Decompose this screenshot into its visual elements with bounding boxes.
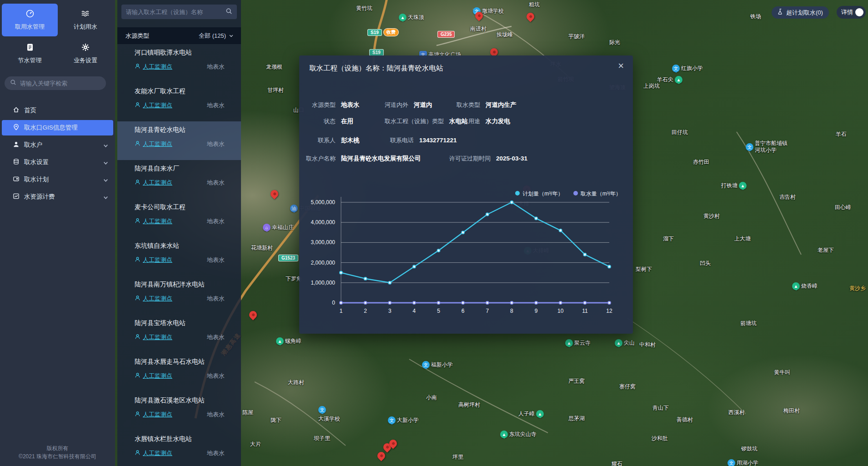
monitor-link[interactable]: 人工监测点	[135, 63, 172, 71]
close-icon[interactable]: ×	[618, 60, 624, 72]
station-list-item[interactable]: 陆河县激石溪老区水电站人工监测点地表水	[117, 392, 241, 431]
road-badge: S19	[367, 29, 382, 36]
mount-marker-icon[interactable]: ▲	[615, 339, 622, 347]
mount-marker-icon[interactable]: ▲	[792, 282, 800, 290]
app-tile-2[interactable]: 节水管理	[2, 37, 58, 70]
monitor-label: 人工监测点	[143, 101, 172, 110]
map-label-text: 人子嶂	[518, 410, 535, 418]
legend-item[interactable]: 取水量（m³/年）	[573, 190, 621, 198]
search-icon[interactable]	[226, 8, 232, 16]
search-icon	[10, 79, 16, 87]
svg-text:4,000,000: 4,000,000	[311, 219, 336, 225]
person-icon	[135, 450, 140, 457]
station-search	[121, 5, 237, 19]
station-meta-row: 人工监测点地表水	[135, 101, 241, 110]
map-label-text: 高树坪村	[458, 401, 480, 409]
map-label-text: 吉告村	[779, 193, 796, 201]
school-marker-icon[interactable]: 文	[388, 416, 396, 424]
station-list-item[interactable]: 河口镇唱歌潭水电站人工监测点地表水	[117, 44, 241, 83]
school-marker-icon[interactable]: 文	[672, 65, 680, 72]
school-marker-icon[interactable]: 文	[422, 361, 430, 369]
station-list-item[interactable]: 陆河县水唇走马石水电站人工监测点地表水	[117, 353, 241, 392]
station-list-item[interactable]: 水唇镇水栏肚水电站人工监测点地表水	[117, 431, 241, 466]
map-label: 高树坪村	[458, 401, 480, 409]
station-list-item[interactable]: 东坑镇自来水站人工监测点地表水	[117, 237, 241, 276]
monitor-link[interactable]: 人工监测点	[135, 179, 172, 187]
monitor-link[interactable]: 人工监测点	[135, 295, 172, 303]
monitor-link[interactable]: 人工监测点	[135, 256, 172, 264]
station-list-item[interactable]: 陆河县自来水厂人工监测点地表水	[117, 160, 241, 199]
sidebar-item-1[interactable]: 取水口GIS信息管理	[2, 120, 113, 135]
road-badge: S19	[369, 49, 384, 56]
sidebar-item-4[interactable]: 取水计划	[2, 172, 113, 187]
doc-icon	[25, 43, 35, 53]
school-marker-icon[interactable]: 文	[318, 406, 326, 414]
field-facility-type: 取水工程（设施）类型水电站	[385, 117, 468, 125]
mount-marker-icon[interactable]: ▲	[675, 76, 682, 84]
map-label-text: 尖山	[624, 339, 635, 347]
map-label: ⌂幸福山庄	[263, 224, 294, 231]
school-marker-icon[interactable]: 文	[728, 459, 735, 466]
map-label: 善德村	[677, 416, 693, 424]
home-icon	[13, 106, 20, 115]
sidebar-item-3[interactable]: 取水设置	[2, 155, 113, 170]
svg-text:12: 12	[606, 308, 612, 314]
sidebar-search-input[interactable]	[20, 80, 97, 87]
station-list-item[interactable]: 友能水厂取水工程人工监测点地表水	[117, 83, 241, 121]
station-list-item[interactable]: 麦卡公司取水工程人工监测点地表水	[117, 199, 241, 237]
gas-marker-icon[interactable]: 油	[290, 205, 298, 212]
station-search-input[interactable]	[126, 9, 226, 15]
svg-text:4: 4	[413, 308, 416, 314]
chevron-down-icon	[229, 33, 234, 38]
over-plan-intake-button[interactable]: 超计划取水(0)	[772, 6, 829, 19]
home-marker-icon[interactable]: ⌂	[263, 224, 271, 231]
map-label-text: 粗坑	[529, 1, 540, 9]
map-label: 粗坑	[529, 1, 540, 9]
station-name: 东坑镇自来水站	[135, 242, 241, 250]
water-type-label: 地表水	[207, 217, 225, 225]
gear-icon	[81, 43, 90, 53]
water-source-filter: 水源类型 全部 (125)	[117, 27, 241, 44]
mount-marker-icon[interactable]: ▲	[565, 339, 573, 347]
sidebar-item-2[interactable]: 取水户	[2, 137, 113, 153]
monitor-link[interactable]: 人工监测点	[135, 140, 172, 148]
monitor-link[interactable]: 人工监测点	[135, 449, 172, 457]
water-type-label: 地表水	[207, 449, 225, 457]
app-tile-0[interactable]: 取用水管理	[2, 4, 58, 36]
station-list-item[interactable]: 陆河县南万镇杞洋水电站人工监测点地表水	[117, 276, 241, 315]
svg-text:8: 8	[510, 308, 513, 314]
station-meta-row: 人工监测点地表水	[135, 372, 241, 380]
filter-value-dropdown[interactable]: 全部 (125)	[199, 32, 234, 40]
mount-marker-icon[interactable]: ▲	[536, 410, 544, 418]
svg-text:1,000,000: 1,000,000	[311, 280, 336, 286]
station-list-item[interactable]: 陆河县宝塔水电站人工监测点地表水	[117, 315, 241, 353]
monitor-link[interactable]: 人工监测点	[135, 217, 172, 225]
monitor-link[interactable]: 人工监测点	[135, 333, 172, 341]
school-marker-icon[interactable]: 文	[746, 143, 753, 151]
legend-item[interactable]: 计划量（m³/年）	[515, 190, 563, 198]
monitor-link[interactable]: 人工监测点	[135, 411, 172, 419]
svg-text:2: 2	[364, 308, 367, 314]
app-tile-3[interactable]: 业务设置	[59, 37, 112, 70]
map-label-text: 际光	[609, 39, 620, 46]
map-label: 铁场	[750, 13, 761, 20]
mount-marker-icon[interactable]: ▲	[276, 337, 284, 345]
station-list-item[interactable]: 陆河县青砼水电站人工监测点地表水	[117, 121, 241, 160]
detail-toggle[interactable]: 详情	[837, 6, 866, 19]
map-label-text: 锣鼓坑	[741, 445, 758, 453]
map-label-text: 挨垅峰	[497, 31, 513, 39]
sidebar-item-5[interactable]: 水资源计费	[2, 189, 113, 205]
map-label-text: 普宁市船埔镇 河坑小学	[755, 140, 788, 154]
map-label: 羊石	[836, 130, 847, 138]
svg-text:5: 5	[437, 308, 440, 314]
map-label: 文用湖小学	[728, 459, 758, 466]
monitor-label: 人工监测点	[143, 372, 172, 380]
monitor-link[interactable]: 人工监测点	[135, 101, 172, 110]
mount-marker-icon[interactable]: ▲	[739, 182, 747, 190]
sidebar-item-0[interactable]: 首页	[2, 103, 113, 118]
app-tile-1[interactable]: 计划用水	[59, 4, 112, 36]
mount-marker-icon[interactable]: ▲	[500, 431, 508, 438]
mount-marker-icon[interactable]: ▲	[399, 14, 406, 21]
field-intake-type: 取水类型河道内生产	[457, 101, 517, 109]
monitor-link[interactable]: 人工监测点	[135, 372, 172, 380]
